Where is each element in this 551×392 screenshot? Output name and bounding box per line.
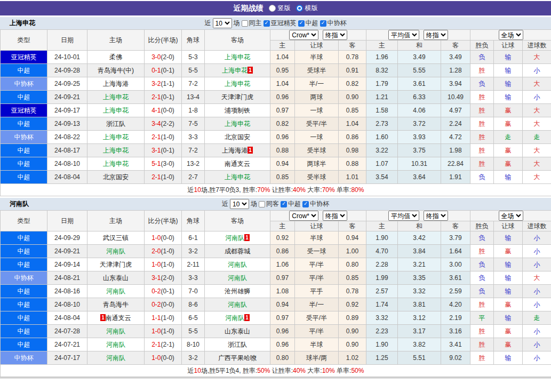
home-team-link[interactable]: 青岛海牛 (103, 301, 129, 308)
home-team-link[interactable]: 上海申花 (103, 107, 129, 114)
league-filter[interactable]: 中超 (298, 19, 318, 28)
final-average-select[interactable]: 终指 (424, 211, 448, 221)
summary-part: 50% (351, 367, 364, 374)
average-select[interactable]: 平均值 (388, 211, 419, 221)
avg-home-cell: 1.96 (366, 51, 398, 64)
fulltime-score: 3-1 (151, 147, 161, 154)
avg-home-cell: 1.90 (366, 338, 398, 351)
result-goals-cell: 小 (523, 338, 551, 351)
halftime-score: (0-0) (161, 301, 174, 308)
home-team-link[interactable]: 河南队 (106, 287, 125, 295)
near-label: 近 (222, 199, 228, 209)
page-title: 近期战绩 (234, 4, 263, 13)
home-team-cell: 上海申花 (87, 104, 145, 117)
result-winloss-cell: 负 (470, 285, 494, 298)
home-team-link[interactable]: 天津津门虎 (100, 261, 132, 268)
home-team-link[interactable]: 北京国安 (103, 173, 129, 181)
layout-option-vertical[interactable]: 竖版 (269, 4, 291, 13)
home-team-link[interactable]: 山东泰山 (103, 274, 129, 282)
home-team-link[interactable]: 上海申花 (103, 147, 129, 154)
avg-home-cell: 1.90 (366, 231, 398, 245)
away-team-link[interactable]: 上海申花 (225, 80, 250, 87)
league-filter[interactable]: 中协杯 (320, 19, 347, 28)
match-count-select[interactable]: 10 (230, 199, 249, 209)
match-count-select[interactable]: 10 (213, 18, 232, 28)
league-filter[interactable]: 中超 (281, 199, 301, 209)
match-date: 24-09-17 (47, 104, 87, 117)
away-team-link[interactable]: 北京国安 (225, 133, 250, 141)
home-team-link[interactable]: 南通支云 (106, 314, 131, 322)
fulltime-select[interactable]: 全场 (499, 211, 523, 221)
bottom-strip (0, 377, 551, 379)
final-odds-select[interactable]: 终指 (323, 30, 347, 40)
home-team-link[interactable]: 武汉三镇 (103, 234, 129, 242)
fulltime-select[interactable]: 全场 (499, 30, 523, 40)
away-team-cell: 南通支云 (205, 157, 270, 171)
odds-away-cell: 0.88 (339, 157, 366, 171)
home-team-cell: 河南队 (87, 351, 145, 365)
score-cell: 2-1(2-1) (145, 338, 182, 351)
col-goals: 进球数 (523, 221, 551, 231)
away-team-link[interactable]: 山东泰山 (225, 327, 250, 335)
match-type-badge: 中超 (1, 285, 47, 298)
same-venue-filter[interactable]: 同主 (242, 19, 262, 28)
match-date: 24-07-17 (47, 351, 87, 365)
col-home: 主场 (87, 30, 145, 51)
home-team-link[interactable]: 浙江队 (106, 120, 125, 127)
home-team-link[interactable]: 上海申花 (103, 133, 129, 141)
away-team-link[interactable]: 河南队 (228, 261, 247, 268)
final-odds-select[interactable]: 终指 (323, 211, 347, 221)
away-team-link[interactable]: 河南队 (225, 234, 244, 242)
away-team-cell: 浙江队 (205, 338, 270, 351)
away-team-link[interactable]: 河南队 (228, 274, 247, 282)
match-type-badge: 中超 (1, 325, 47, 338)
home-team-link[interactable]: 上海海港 (103, 80, 129, 87)
away-team-link[interactable]: 河南队 (225, 314, 244, 322)
checkbox-unchecked-icon (242, 20, 248, 27)
layout-option-horizontal[interactable]: 横版 (296, 4, 318, 13)
away-team-link[interactable]: 上海申花 (225, 120, 250, 127)
away-team-link[interactable]: 上海申花 (225, 53, 250, 61)
away-team-link[interactable]: 天津津门虎 (221, 93, 253, 101)
home-team-link[interactable]: 上海申花 (103, 160, 129, 167)
same-venue-filter[interactable]: 同客 (259, 199, 279, 209)
odds-away-cell: 0.90 (339, 338, 366, 351)
fulltime-score: 1-0 (151, 354, 161, 362)
away-team-link[interactable]: 成都蓉城 (225, 247, 250, 255)
home-team-link[interactable]: 河南队 (106, 247, 125, 255)
avg-draw-cell: 3.64 (398, 171, 441, 184)
away-team-link[interactable]: 浙江队 (228, 341, 247, 348)
away-team-link[interactable]: 浦项制铁 (225, 107, 250, 114)
league-filter[interactable]: 中协杯 (302, 199, 329, 209)
away-team-link[interactable]: 上海海港 (222, 147, 247, 154)
odds-handicap-cell: 半/一 (295, 77, 339, 91)
away-team-link[interactable]: 广西平果哈嘹 (218, 354, 257, 362)
odds-handicap-cell: 平/半 (295, 271, 339, 285)
away-team-link[interactable]: 上海申花 (222, 67, 247, 74)
avg-away-cell: 3.41 (441, 338, 470, 351)
halftime-score: (1-0) (161, 261, 174, 268)
avg-away-cell: 2.24 (441, 117, 470, 131)
home-team-link[interactable]: 河南队 (106, 341, 125, 348)
home-team-cell: 河南队 (87, 338, 145, 351)
away-team-cell: 沧州雄狮 (205, 285, 270, 298)
odds-provider-select[interactable]: Crow* (289, 211, 318, 221)
away-team-link[interactable]: 南通支云 (225, 160, 250, 167)
home-team-link[interactable]: 河南队 (106, 327, 125, 335)
home-team-link[interactable]: 柔佛 (109, 53, 122, 61)
final-average-select[interactable]: 终指 (424, 30, 448, 40)
league-filter-label: 中协杯 (328, 19, 347, 28)
odds-provider-select[interactable]: Crow* (289, 30, 318, 40)
league-filter[interactable]: 亚冠精英 (263, 19, 297, 28)
away-team-link[interactable]: 沧州雄狮 (225, 287, 250, 295)
home-team-link[interactable]: 河南队 (106, 354, 125, 362)
away-team-link[interactable]: 河南队 (228, 301, 247, 308)
result-handicap-cell: 赢 (494, 117, 523, 131)
average-select[interactable]: 平均值 (388, 30, 419, 40)
home-team-cell: 上海申花 (87, 91, 145, 104)
home-team-link[interactable]: 青岛海牛(中) (98, 67, 134, 74)
home-team-link[interactable]: 上海申花 (103, 93, 129, 101)
away-team-link[interactable]: 上海申花 (225, 173, 250, 181)
corner-cell: 6-5 (182, 311, 205, 325)
match-row: 中超24-08-17上海申花3-1(0-1)7-2上海海港10.88受半球0.9… (1, 144, 551, 157)
